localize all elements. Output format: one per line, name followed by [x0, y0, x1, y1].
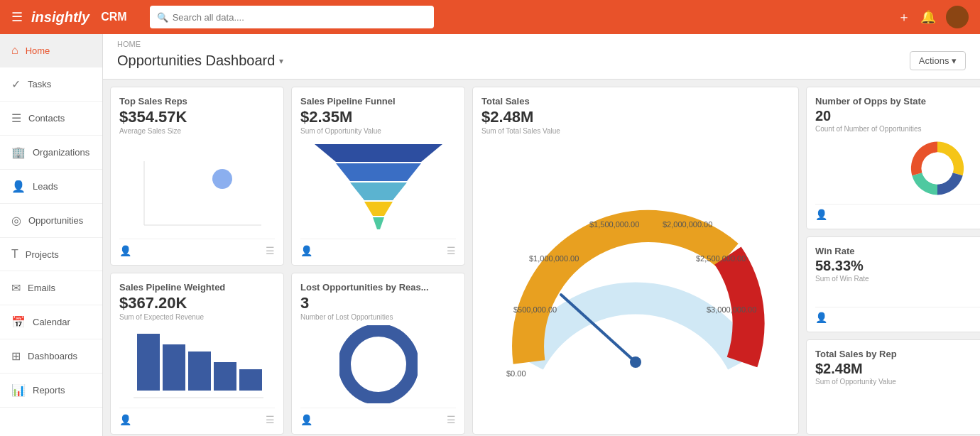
search-icon: 🔍	[157, 12, 168, 23]
svg-text:$2,500,000.00: $2,500,000.00	[696, 254, 746, 263]
svg-text:$1,000,000.00: $1,000,000.00	[529, 254, 579, 263]
sidebar-item-home[interactable]: ⌂ Home	[0, 34, 102, 67]
right-column: Number of Opps by State 20 Count of Numb…	[806, 87, 980, 435]
home-icon: ⌂	[11, 44, 18, 57]
card-title-weighted: Sales Pipeline Weighted	[119, 282, 275, 293]
svg-rect-22	[239, 369, 262, 391]
hamburger-icon[interactable]: ☰	[11, 9, 23, 25]
reports-icon: 📊	[11, 383, 26, 397]
title-dropdown-arrow[interactable]: ▾	[279, 56, 283, 66]
user-icon-opps: 👤	[815, 209, 827, 220]
page-title-text: Opportunities Dashboard	[117, 53, 275, 69]
card-title-lost: Lost Opportunities by Reas...	[300, 282, 456, 293]
page-title-row: Opportunities Dashboard ▾ Actions ▾	[117, 51, 966, 70]
sidebar-label-contacts: Contacts	[28, 113, 65, 124]
card-title-total-sales: Total Sales	[481, 96, 790, 107]
donut-svg	[895, 133, 980, 204]
user-icon-win-rate: 👤	[815, 312, 827, 323]
card-subtitle-lost: Number of Lost Opportunities	[300, 313, 456, 321]
sidebar-item-contacts[interactable]: ☰ Contacts	[0, 102, 102, 136]
card-title-top-sales: Top Sales Reps	[119, 96, 275, 107]
svg-point-17	[922, 153, 954, 185]
svg-text:$1,500,000.00: $1,500,000.00	[589, 220, 639, 229]
content: HOME Opportunities Dashboard ▾ Actions ▾…	[103, 34, 980, 436]
card-sales-pipeline-weighted: Sales Pipeline Weighted $367.20K Sum of …	[110, 273, 284, 435]
funnel-svg	[307, 141, 450, 233]
leads-icon: 👤	[11, 180, 26, 193]
sidebar-item-leads[interactable]: 👤 Leads	[0, 170, 102, 204]
bell-icon[interactable]: 🔔	[920, 9, 936, 25]
card-subtitle-win-rate: Sum of Win Rate	[815, 275, 980, 283]
svg-point-9	[630, 356, 641, 368]
top-nav: ☰ insightly CRM 🔍 ＋ 🔔	[0, 0, 980, 34]
svg-marker-3	[315, 144, 442, 162]
sidebar-item-projects[interactable]: T Projects	[0, 238, 102, 271]
card-lost-opportunities: Lost Opportunities by Reas... 3 Number o…	[291, 273, 465, 435]
card-win-rate: Win Rate 58.33% Sum of Win Rate 👤 ☰	[806, 236, 980, 332]
avatar[interactable]	[946, 6, 969, 28]
svg-marker-4	[336, 163, 421, 181]
sidebar-label-reports: Reports	[33, 385, 65, 396]
card-subtitle-top-sales: Average Sales Size	[119, 127, 275, 135]
sidebar-label-calendar: Calendar	[33, 317, 70, 327]
sidebar-item-dashboards[interactable]: ⊞ Dashboards	[0, 339, 102, 374]
card-subtitle-weighted: Sum of Expected Revenue	[119, 313, 275, 321]
card-subtitle-sales-rep: Sum of Opportunity Value	[815, 378, 980, 386]
sidebar-label-opportunities: Opportunities	[28, 215, 83, 226]
actions-button[interactable]: Actions ▾	[910, 51, 966, 70]
svg-marker-5	[350, 182, 407, 200]
card-footer-weighted: 👤 ☰	[119, 408, 275, 425]
card-footer-funnel: 👤 ☰	[300, 239, 456, 256]
card-footer-opps: 👤 ☰	[815, 204, 980, 220]
sidebar-item-opportunities[interactable]: ◎ Opportunities	[0, 204, 102, 238]
card-value-total-sales: $2.48M	[481, 108, 790, 126]
svg-rect-19	[163, 344, 185, 391]
waterfall-svg	[130, 327, 265, 405]
user-icon-lost: 👤	[300, 414, 312, 425]
list-icon-weighted: ☰	[266, 414, 275, 425]
sidebar-item-tasks[interactable]: ✓ Tasks	[0, 67, 102, 102]
card-value-lost: 3	[300, 294, 456, 312]
list-icon-lost: ☰	[447, 414, 456, 425]
card-value-win-rate: 58.33%	[815, 258, 980, 274]
svg-point-25	[357, 343, 400, 386]
tasks-icon: ✓	[11, 77, 21, 91]
opportunities-icon: ◎	[11, 214, 21, 227]
svg-rect-20	[188, 351, 211, 391]
calendar-icon: 📅	[11, 315, 26, 329]
card-value-top-sales: $354.57K	[119, 108, 275, 126]
plus-icon[interactable]: ＋	[898, 9, 910, 26]
search-bar[interactable]: 🔍	[150, 6, 434, 28]
page-title: Opportunities Dashboard ▾	[117, 53, 283, 69]
card-footer-top-sales: 👤 ☰	[119, 239, 275, 256]
sidebar-label-home: Home	[26, 45, 50, 56]
card-value-funnel: $2.35M	[300, 108, 456, 126]
card-title-win-rate: Win Rate	[815, 246, 980, 256]
donut2-chart	[300, 321, 456, 408]
sidebar-item-reports[interactable]: 📊 Reports	[0, 374, 102, 408]
user-icon-top-sales: 👤	[119, 245, 131, 256]
logo: insightly	[31, 9, 89, 26]
emails-icon: ✉	[11, 281, 21, 295]
sidebar-item-emails[interactable]: ✉ Emails	[0, 271, 102, 305]
sidebar-label-leads: Leads	[33, 181, 58, 192]
card-value-sales-rep: $2.48M	[815, 361, 980, 377]
dashboards-icon: ⊞	[11, 349, 21, 363]
dashboard: Top Sales Reps $354.57K Average Sales Si…	[103, 80, 980, 436]
svg-marker-6	[364, 202, 393, 216]
crm-label: CRM	[101, 11, 126, 23]
sidebar-item-organizations[interactable]: 🏢 Organizations	[0, 136, 102, 170]
svg-text:$0.00: $0.00	[506, 369, 526, 378]
gauge-svg: $0.00 $500,000.00 $1,000,000.00 $1,500,0…	[486, 156, 785, 405]
card-opps-by-state: Number of Opps by State 20 Count of Numb…	[806, 87, 980, 229]
organizations-icon: 🏢	[11, 146, 26, 159]
card-value-opps: 20	[815, 108, 980, 124]
top-sales-chart-svg	[130, 154, 265, 236]
sidebar-label-tasks: Tasks	[28, 79, 51, 89]
svg-text:$2,000,000.00: $2,000,000.00	[663, 220, 712, 229]
card-value-weighted: $367.20K	[119, 294, 275, 312]
funnel-chart	[300, 141, 456, 233]
search-input[interactable]	[173, 12, 427, 23]
sidebar-item-calendar[interactable]: 📅 Calendar	[0, 305, 102, 339]
user-icon-funnel: 👤	[300, 245, 312, 256]
